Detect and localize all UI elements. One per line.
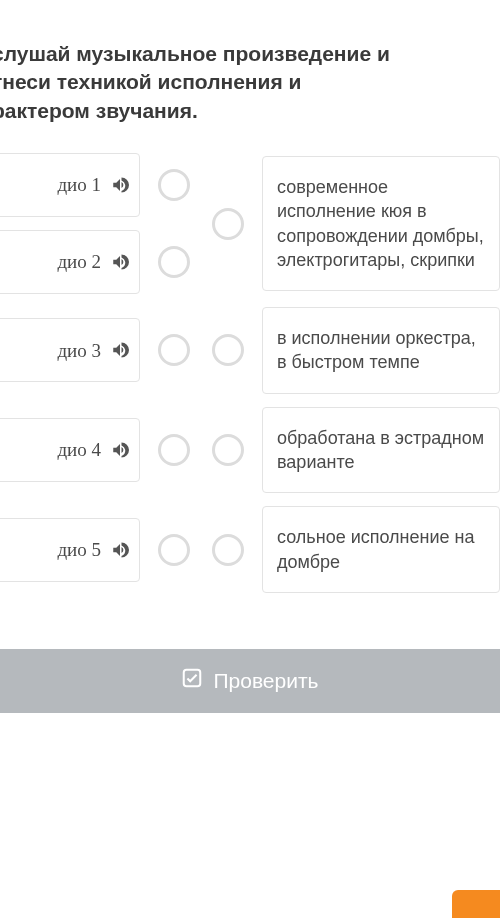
match-circle[interactable] [212, 208, 244, 240]
match-circle[interactable] [212, 534, 244, 566]
checkbox-icon [181, 667, 203, 694]
speaker-icon[interactable] [111, 441, 129, 459]
audio-label-5: дио 5 [57, 537, 101, 563]
audio-card-5[interactable]: дио 5 [0, 518, 140, 582]
left-endpoint-4 [154, 434, 194, 466]
audio-label-4: дио 4 [57, 437, 101, 463]
description-card-3[interactable]: обработана в эстрадном варианте [262, 407, 500, 494]
audio-card-4[interactable]: дио 4 [0, 418, 140, 482]
audio-card-1[interactable]: дио 1 [0, 153, 140, 217]
task-instruction: слушай музыкальное произведение итнеси т… [0, 0, 500, 153]
left-endpoint-1 [154, 169, 194, 201]
description-card-4[interactable]: сольное исполнение на домбре [262, 506, 500, 593]
description-card-2[interactable]: в исполнении оркестра, в быстром темпе [262, 307, 500, 394]
speaker-icon[interactable] [111, 541, 129, 559]
speaker-icon[interactable] [111, 341, 129, 359]
description-card-1[interactable]: современное исполнение кюя в сопровожден… [262, 156, 500, 291]
audio-label-2: дио 2 [57, 249, 101, 275]
description-text-1: современное исполнение кюя в сопровожден… [277, 175, 485, 272]
check-button[interactable]: Проверить [0, 649, 500, 713]
bottom-right-tab[interactable] [452, 890, 500, 918]
audio-card-2[interactable]: дио 2 [0, 230, 140, 294]
description-text-3: обработана в эстрадном варианте [277, 426, 485, 475]
match-circle[interactable] [212, 334, 244, 366]
match-circle[interactable] [158, 334, 190, 366]
left-endpoint-3 [154, 334, 194, 366]
speaker-icon[interactable] [111, 253, 129, 271]
check-button-label: Проверить [213, 669, 318, 693]
description-text-2: в исполнении оркестра, в быстром темпе [277, 326, 485, 375]
right-endpoint-2 [208, 334, 248, 366]
right-endpoint-3 [208, 434, 248, 466]
match-circle[interactable] [158, 246, 190, 278]
right-endpoint-4 [208, 534, 248, 566]
description-text-4: сольное исполнение на домбре [277, 525, 485, 574]
right-endpoint-1 [208, 208, 248, 240]
match-circle[interactable] [212, 434, 244, 466]
audio-label-1: дио 1 [57, 172, 101, 198]
speaker-icon[interactable] [111, 176, 129, 194]
match-circle[interactable] [158, 434, 190, 466]
audio-card-3[interactable]: дио 3 [0, 318, 140, 382]
audio-label-3: дио 3 [57, 338, 101, 364]
left-endpoint-2 [154, 246, 194, 278]
left-endpoint-5 [154, 534, 194, 566]
match-circle[interactable] [158, 534, 190, 566]
matching-grid: дио 1 современное исполнение кюя в сопро… [0, 153, 500, 593]
match-circle[interactable] [158, 169, 190, 201]
